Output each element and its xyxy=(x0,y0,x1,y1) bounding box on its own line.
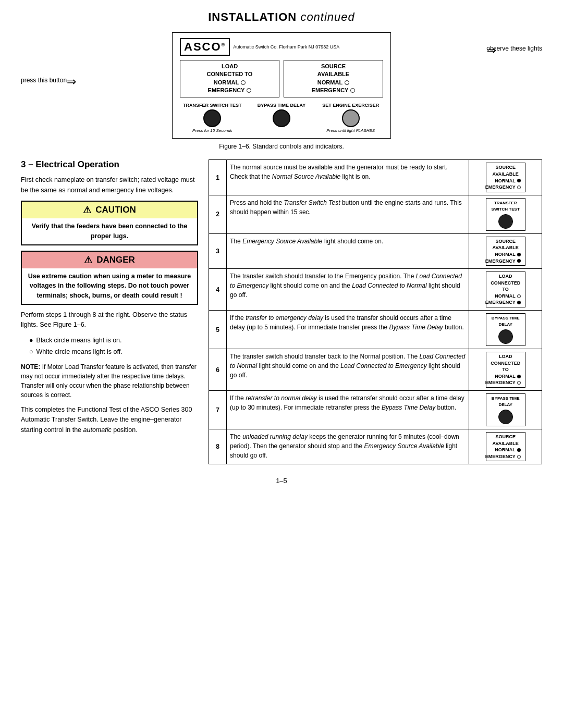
asco-logo: ASCO® Automatic Switch Co. Florham Park … xyxy=(180,38,383,56)
press-arrow: ⇒ xyxy=(67,75,76,89)
step-num-5: 5 xyxy=(209,311,227,349)
step-text-2: Press and hold the Transfer Switch Test … xyxy=(227,195,469,233)
step-text-1: The normal source must be available and … xyxy=(227,160,469,195)
step-num-8: 8 xyxy=(209,429,227,464)
caution-triangle-icon: ⚠ xyxy=(83,204,91,216)
step-num-7: 7 xyxy=(209,391,227,429)
caution-body: Verify that the feeders have been connec… xyxy=(22,218,197,244)
source-normal-dot-row: NORMAL xyxy=(285,79,382,87)
bullets-list: ● Black circle means light is on. ○ Whit… xyxy=(29,336,198,357)
step-text-4: The transfer switch should transfer to t… xyxy=(227,269,469,311)
step-indicator-3: SOURCEAVAILABLENORMALEMERGENCY xyxy=(469,233,542,268)
step-indicator-1: SOURCEAVAILABLENORMALEMERGENCY xyxy=(469,160,542,195)
load-indicator-col: LOAD CONNECTED TO NORMAL EMERGENCY xyxy=(180,60,279,97)
step-text-5: If the transfer to emergency delay is us… xyxy=(227,311,469,349)
section-heading: 3 – Electrical Operation xyxy=(21,159,198,170)
danger-triangle-icon: ⚠ xyxy=(84,254,92,266)
empty-circle-icon: ○ xyxy=(29,347,33,357)
figure-caption: Figure 1–6. Standard controls and indica… xyxy=(21,143,542,150)
filled-circle-icon: ● xyxy=(29,336,33,346)
load-normal-dot xyxy=(241,80,246,85)
transfer-switch-test-btn[interactable]: TRANSFER SWITCH TEST Press for 15 Second… xyxy=(180,103,245,133)
page-number: 1–5 xyxy=(21,477,542,485)
asco-brand: ASCO® xyxy=(180,38,230,56)
step-indicator-6: LOADCONNECTED TONORMALEMERGENCY xyxy=(469,349,542,391)
note-text: NOTE: If Motor Load Transfer feature is … xyxy=(21,362,198,400)
left-column: 3 – Electrical Operation First check nam… xyxy=(21,159,198,464)
intro-text: First check nameplate on transfer switch… xyxy=(21,175,198,195)
title-sub: continued xyxy=(300,10,354,23)
exerciser-btn-circle[interactable] xyxy=(342,109,360,127)
step-num-1: 1 xyxy=(209,160,227,195)
right-column: 1The normal source must be available and… xyxy=(209,159,542,464)
bullet-filled: ● Black circle means light is on. xyxy=(29,336,198,346)
caution-box: ⚠ CAUTION Verify that the feeders have b… xyxy=(21,201,198,245)
step-indicator-7: BYPASS TIME DELAY xyxy=(469,391,542,429)
emergency-dot-row: EMERGENCY xyxy=(181,87,278,94)
step-num-4: 4 xyxy=(209,269,227,311)
asco-subtitle: Automatic Switch Co. Florham Park NJ 079… xyxy=(233,44,339,50)
normal-dot-row: NORMAL xyxy=(181,79,278,87)
step-text-7: If the retransfer to normal delay is use… xyxy=(227,391,469,429)
transfer-btn-circle[interactable] xyxy=(203,109,221,127)
control-box: ASCO® Automatic Switch Co. Florham Park … xyxy=(172,32,391,139)
danger-box: ⚠ DANGER Use extreme caution when using … xyxy=(21,251,198,305)
bullet-empty: ○ White circle means light is off. xyxy=(29,347,198,357)
step-num-3: 3 xyxy=(209,233,227,268)
danger-body: Use extreme caution when using a meter t… xyxy=(22,268,197,304)
step-indicator-5: BYPASS TIME DELAY xyxy=(469,311,542,349)
caution-header: ⚠ CAUTION xyxy=(22,202,197,218)
steps-table: 1The normal source must be available and… xyxy=(209,159,542,464)
step-text-3: The Emergency Source Available light sho… xyxy=(227,233,469,268)
step-num-6: 6 xyxy=(209,349,227,391)
step-indicator-4: LOADCONNECTED TONORMALEMERGENCY xyxy=(469,269,542,311)
button-row: TRANSFER SWITCH TEST Press for 15 Second… xyxy=(180,103,383,133)
source-emergency-dot xyxy=(350,88,355,93)
step-num-2: 2 xyxy=(209,195,227,233)
title-main: INSTALLATION xyxy=(208,10,297,23)
set-engine-exerciser-btn[interactable]: SET ENGINE EXERCISER Press until light F… xyxy=(318,103,383,133)
figure-wrapper: observe these lights ⇐ press this button… xyxy=(21,32,542,139)
step-text-8: The unloaded running delay keeps the gen… xyxy=(227,429,469,464)
step-text-6: The transfer switch should transfer back… xyxy=(227,349,469,391)
source-indicator-col: SOURCE AVAILABLE NORMAL EMERGENCY xyxy=(284,60,383,97)
danger-header: ⚠ DANGER xyxy=(22,252,197,268)
load-emergency-dot xyxy=(247,88,251,93)
main-content: 3 – Electrical Operation First check nam… xyxy=(21,159,542,464)
indicator-row: LOAD CONNECTED TO NORMAL EMERGENCY SOURC… xyxy=(180,60,383,97)
step-indicator-8: SOURCEAVAILABLENORMALEMERGENCY xyxy=(469,429,542,464)
observe-arrow: ⇐ xyxy=(487,44,496,57)
closing-text: This completes the Functional Test of th… xyxy=(21,405,198,435)
perform-text: Perform steps 1 through 8 at the right. … xyxy=(21,310,198,330)
press-label: press this button xyxy=(21,77,67,84)
bypass-time-delay-btn[interactable]: BYPASS TIME DELAY xyxy=(249,103,314,129)
source-emergency-dot-row: EMERGENCY xyxy=(285,87,382,94)
page-title: INSTALLATION continued xyxy=(21,10,542,24)
source-normal-dot xyxy=(345,80,349,85)
bypass-btn-circle[interactable] xyxy=(273,109,290,127)
step-indicator-2: TRANSFER SWITCH TEST xyxy=(469,195,542,233)
